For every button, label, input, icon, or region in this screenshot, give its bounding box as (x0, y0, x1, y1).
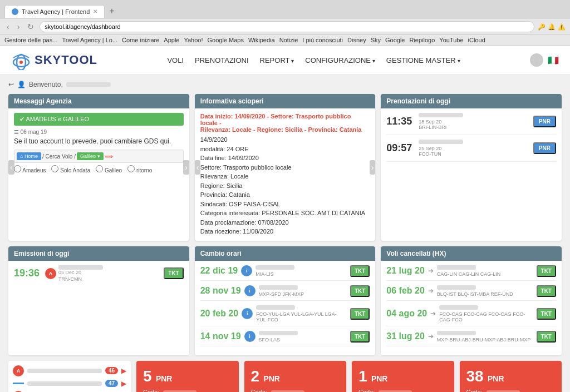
radio-amadeus: Amadeus (14, 165, 46, 173)
pnr-card-0[interactable]: 5 PNR Coda: CAMBIO ORARIO 📋 (136, 361, 239, 393)
pnr-number-0: 5 (143, 368, 152, 385)
emission-route-0: TRN-CMN (58, 276, 103, 282)
pnr-coda-label-3: Coda: (466, 389, 483, 393)
emissioni-body: 19:36 A 05 Dec 20 TRN-CMN TKT (8, 261, 189, 286)
cancellati-arrow-3: ➔ (428, 333, 434, 340)
bookmark-4[interactable]: Apple (164, 37, 179, 43)
pnr-label-1: PNR (263, 374, 280, 383)
refresh-button[interactable]: ↻ (25, 21, 36, 32)
cancellati-date-2: 04 ago 20 (386, 309, 427, 319)
cancellati-tkt-3[interactable]: TKT (537, 331, 556, 343)
pnr-card-3[interactable]: 38 PNR Coda: CAMBIO ORARIO 📋 (460, 361, 562, 393)
bookmark-3[interactable]: Come iniziare (122, 37, 159, 43)
cancellati-tkt-1[interactable]: TKT (537, 285, 556, 297)
ritorno-radio[interactable] (127, 165, 135, 172)
cancellati-route-3: MXP-BRU-ABJ-BRU-MXP ABJ-BRU-MXP (437, 337, 533, 343)
cancellati-route-0: CAG-LIN CAG-LIN CAG-LIN (437, 271, 533, 277)
key-icon: 🔑 (538, 23, 546, 31)
welcome-text: Benvenuto, (29, 81, 63, 88)
informativa-next-button[interactable]: › (370, 160, 376, 175)
bookmark-1[interactable]: Gestore delle pas... (4, 37, 57, 43)
back-button[interactable]: ‹ (4, 21, 12, 32)
bookmark-8[interactable]: Notizie (279, 37, 298, 43)
bookmark-7[interactable]: Wikipedia (248, 37, 275, 43)
emission-name-area: 05 Dec 20 TRN-CMN (58, 265, 103, 282)
bookmark-13[interactable]: Riepilogo (409, 37, 435, 43)
bookmark-5[interactable]: Yahoo! (184, 37, 203, 43)
cambio-info-2: FCO-YUL-LGA YUL-LGA-YUL LGA-YUL-FCO (256, 305, 347, 322)
middle-cards-row: Emissioni di oggi 19:36 A 05 Dec 20 TRN-… (8, 246, 562, 355)
bookmarks-bar: Gestore delle pas... Travel Agency | Lo.… (0, 34, 570, 45)
messaggi-prev-button[interactable]: ‹ (8, 160, 14, 175)
nav-gestione-master[interactable]: GESTIONE MASTER (386, 56, 460, 64)
pnr-number-1: 2 (251, 368, 260, 385)
prenotazioni-card: Prenotazioni di oggi 11:35 18 Sep 20 BRI… (381, 94, 562, 241)
amadeus-arrow: ▶ (121, 367, 126, 375)
cancellati-tkt-2[interactable]: TKT (537, 308, 556, 320)
pnr-card-2[interactable]: 1 PNR Coda: CAMBIO ORARIO 📋 (352, 361, 454, 393)
cambio-icon-1: i (244, 285, 255, 296)
tab-close-icon[interactable]: ✕ (93, 8, 97, 14)
emission-avatar-0: A (45, 268, 56, 279)
cancellati-name-bar-0 (437, 265, 476, 270)
cancellati-row-0: 21 lug 20 ➔ CAG-LIN CAG-LIN CAG-LIN TKT (386, 265, 556, 281)
galileo-radio[interactable] (96, 165, 103, 172)
pnr-number-area-0: 5 PNR (143, 368, 232, 385)
agent-name-galileo-1 (27, 381, 102, 386)
nav-report[interactable]: REPORT (260, 56, 294, 64)
informativa-prev-button[interactable]: ‹ (195, 160, 201, 175)
cancellati-tkt-0[interactable]: TKT (537, 265, 556, 277)
info-rilevanza: Rilevanza: Locale - Regione: Sicilia - P… (200, 126, 370, 133)
cambio-icon-2: i (242, 308, 253, 319)
bookmark-12[interactable]: Google (385, 37, 405, 43)
agent-name-amadeus (27, 369, 102, 373)
amadeus-radio[interactable] (14, 165, 21, 172)
cancellati-arrow-1: ➔ (428, 287, 434, 295)
app-header: SKYTOOL VOLI PRENOTAZIONI REPORT CONFIGU… (0, 46, 570, 75)
bookmark-9[interactable]: I più conosciuti (302, 37, 343, 43)
cancellati-date-3: 31 lug 20 (386, 331, 424, 341)
pnr-card-1[interactable]: 2 PNR Coda: CAMBIO ORARIO 📋 (244, 361, 347, 393)
bookmark-6[interactable]: Google Maps (208, 37, 244, 43)
cerca-label: / Cerca Volo / (42, 153, 76, 160)
info-detail-2: Data fine: 14/09/2020 (200, 155, 259, 161)
logo-icon (11, 50, 31, 70)
pnr-button-1[interactable]: PNR (533, 142, 556, 154)
radio-ritorno: ritorno (127, 165, 152, 173)
bookmark-11[interactable]: Sky (371, 37, 381, 43)
info-detail-1: modalità: 24 ORE (200, 146, 249, 152)
flag-icon: 🇮🇹 (548, 55, 559, 66)
cancellati-date-1: 06 feb 20 (386, 286, 424, 296)
welcome-bar: ↩ 👤 Benvenuto, (8, 81, 562, 88)
galileo-badge-1: 47 (105, 380, 118, 387)
pnr-coda-value-0 (163, 390, 196, 392)
nav-configurazione[interactable]: CONFIGURAZIONE (305, 56, 375, 64)
bookmark-2[interactable]: Travel Agency | Lo... (62, 37, 117, 43)
cambio-tkt-0[interactable]: TKT (350, 265, 370, 277)
amadeus-banner: ✔ AMADEUS e GALILEO (14, 113, 184, 126)
url-input[interactable] (40, 21, 534, 32)
cambio-tkt-2[interactable]: TKT (350, 308, 370, 320)
bookmark-14[interactable]: YouTube (439, 37, 463, 43)
solo-andata-radio[interactable] (51, 165, 58, 172)
galileo-arrow-1: ▶ (121, 380, 126, 388)
new-tab-button[interactable]: + (105, 3, 119, 19)
forward-button[interactable]: › (15, 21, 22, 32)
bottom-row: A 46 ▶ 47 ▶ S (8, 361, 562, 393)
msg-date: ☰ 06 mag 19 (14, 129, 184, 135)
home-btn[interactable]: ⌂ Home (17, 152, 41, 160)
cambio-tkt-1[interactable]: TKT (350, 285, 370, 297)
bookmark-10[interactable]: Disney (347, 37, 366, 43)
cambio-tkt-3[interactable]: TKT (350, 331, 370, 343)
pnr-button-0[interactable]: PNR (533, 116, 556, 127)
galileo-btn[interactable]: Galileo ▾ (77, 152, 104, 160)
messaggi-next-button[interactable]: › (183, 160, 189, 175)
tab-bar: Travel Agency | Frontend ✕ + (0, 0, 570, 19)
active-tab[interactable]: Travel Agency | Frontend ✕ (4, 5, 105, 18)
nav-voli[interactable]: VOLI (167, 56, 184, 64)
tkt-button-0[interactable]: TKT (164, 267, 183, 279)
cancellati-row-2: 04 ago 20 ➔ FCO-CAG FCO-CAG FCO-CAG FCO-… (386, 305, 556, 326)
nav-prenotazioni[interactable]: PRENOTAZIONI (195, 56, 249, 64)
bookmark-15[interactable]: iCloud (468, 37, 485, 43)
amadeus-banner-text: ✔ AMADEUS e GALILEO (19, 116, 89, 123)
